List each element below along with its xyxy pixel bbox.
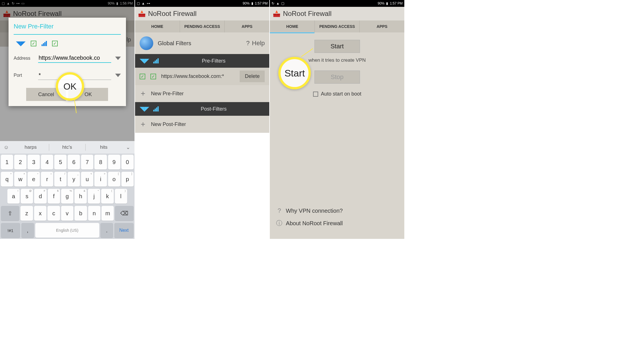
- key-symbols[interactable]: !#1: [1, 223, 20, 238]
- why-vpn-link[interactable]: ? Why VPN connection?: [276, 205, 399, 217]
- wifi-checkbox[interactable]: ✓: [31, 41, 36, 46]
- tab-home[interactable]: HOME: [270, 20, 315, 32]
- auto-start-row[interactable]: Auto start on boot: [313, 91, 361, 97]
- key-d[interactable]: #d: [34, 189, 46, 204]
- wifi-checkbox[interactable]: ✓: [140, 74, 145, 79]
- tab-bar: HOME PENDING ACCESS APPS: [135, 20, 270, 32]
- port-dropdown-icon[interactable]: [115, 74, 121, 77]
- key-3[interactable]: 3: [28, 155, 40, 169]
- suggestion-1[interactable]: harps: [13, 144, 49, 150]
- vpn-text: when it tries to create VPN: [308, 57, 366, 63]
- cell-icon: [153, 58, 159, 63]
- key-c[interactable]: c: [47, 206, 60, 221]
- key-comma[interactable]: ,: [21, 223, 34, 238]
- key-4[interactable]: 4: [41, 155, 53, 169]
- key-q[interactable]: +q: [1, 172, 13, 187]
- address-input[interactable]: [38, 53, 111, 63]
- key-5[interactable]: 5: [54, 155, 67, 169]
- key-f[interactable]: $f: [48, 189, 60, 204]
- key-v[interactable]: v: [61, 206, 73, 221]
- firewall-icon: [273, 10, 281, 18]
- key-g[interactable]: %g: [61, 189, 73, 204]
- key-space[interactable]: English (US): [35, 223, 99, 238]
- key-2[interactable]: 2: [14, 155, 26, 169]
- key-u[interactable]: <u: [81, 172, 93, 187]
- screenshot-3: ↻▲▢ 90%▮ 1:57 PM NoRoot Firewall HOME PE…: [270, 0, 405, 239]
- key-backspace[interactable]: ⌫: [115, 206, 133, 221]
- dialog-title: New Pre-Filter: [14, 23, 121, 35]
- key-e[interactable]: ÷e: [28, 172, 40, 187]
- tab-bar: HOME PENDING ACCESS APPS: [270, 20, 404, 32]
- key-8[interactable]: 8: [94, 155, 107, 169]
- cancel-button[interactable]: Cancel: [26, 88, 66, 101]
- kb-row-qwerty: +q ×w ÷e =r /t _y <u >i [o ]p: [0, 171, 134, 188]
- key-9[interactable]: 9: [108, 155, 120, 169]
- firewall-icon: [138, 10, 146, 18]
- key-n[interactable]: n: [88, 206, 100, 221]
- start-button[interactable]: Start: [314, 40, 360, 53]
- cell-checkbox[interactable]: ✓: [150, 74, 156, 79]
- tab-home[interactable]: HOME: [135, 20, 180, 32]
- filter-row: ✓ ✓ https://www.facebook.com:* Delete: [135, 68, 270, 85]
- about-link[interactable]: ⓘ About NoRoot Firewall: [276, 217, 399, 230]
- suggestion-3[interactable]: hits: [86, 144, 122, 150]
- connection-toggles: ◥◤ ✓ ✓: [14, 40, 121, 47]
- key-w[interactable]: ×w: [14, 172, 26, 187]
- kb-row-bottom: !#1 , English (US) . Next: [0, 222, 134, 239]
- port-input[interactable]: [38, 71, 111, 80]
- plus-icon: +: [141, 89, 145, 98]
- key-y[interactable]: _y: [68, 172, 80, 187]
- cell-icon: [153, 106, 159, 111]
- delete-button[interactable]: Delete: [240, 71, 265, 82]
- kb-row-zxcv: ⇧ z x c v b n m ⌫: [0, 205, 134, 222]
- key-i[interactable]: >i: [94, 172, 107, 187]
- stop-button[interactable]: Stop: [314, 71, 360, 84]
- key-0[interactable]: 0: [121, 155, 134, 169]
- expand-icon[interactable]: ⌄: [122, 144, 134, 150]
- key-m[interactable]: m: [102, 206, 114, 221]
- dialog-buttons: Cancel OK: [14, 88, 121, 101]
- key-o[interactable]: [o: [108, 172, 120, 187]
- key-r[interactable]: =r: [41, 172, 53, 187]
- tab-apps[interactable]: APPS: [360, 20, 404, 32]
- key-p[interactable]: ]p: [121, 172, 134, 187]
- key-t[interactable]: /t: [54, 172, 67, 187]
- key-s[interactable]: @s: [21, 189, 33, 204]
- key-1[interactable]: 1: [1, 155, 13, 169]
- key-j[interactable]: *j: [88, 189, 100, 204]
- keyboard: ☺ harps htc's hits ⌄ 1 2 3 4 5 6 7 8 9 0…: [0, 141, 134, 239]
- key-b[interactable]: b: [74, 206, 87, 221]
- address-dropdown-icon[interactable]: [115, 57, 121, 60]
- app-title-bar: NoRoot Firewall: [270, 7, 404, 20]
- app-name: NoRoot Firewall: [283, 10, 332, 18]
- tab-pending[interactable]: PENDING ACCESS: [315, 20, 360, 32]
- home-screen: Start when it tries to create VPN Stop A…: [270, 32, 404, 239]
- new-prefilter-button[interactable]: + New Pre-Filter: [135, 85, 270, 102]
- tab-apps[interactable]: APPS: [225, 20, 269, 32]
- key-period[interactable]: .: [100, 223, 113, 238]
- new-prefilter-dialog: New Pre-Filter ◥◤ ✓ ✓ Address Port Cance…: [9, 18, 126, 106]
- key-h[interactable]: &h: [74, 189, 87, 204]
- cell-checkbox[interactable]: ✓: [52, 41, 58, 46]
- key-6[interactable]: 6: [68, 155, 80, 169]
- key-k[interactable]: (k: [101, 189, 113, 204]
- emoji-icon[interactable]: ☺: [0, 144, 13, 150]
- key-l[interactable]: )l: [115, 189, 127, 204]
- svg-rect-9: [274, 14, 277, 15]
- key-x[interactable]: x: [34, 206, 46, 221]
- help-button[interactable]: ?Help: [246, 40, 265, 47]
- key-7[interactable]: 7: [81, 155, 93, 169]
- key-shift[interactable]: ⇧: [1, 206, 19, 221]
- new-postfilter-button[interactable]: + New Post-Filter: [135, 116, 270, 133]
- status-bar: ▢▲⊶ 90%▮ 1:57 PM: [135, 0, 270, 7]
- auto-start-checkbox[interactable]: [313, 92, 318, 97]
- key-next[interactable]: Next: [114, 223, 134, 238]
- kb-row-numbers: 1 2 3 4 5 6 7 8 9 0: [0, 154, 134, 171]
- key-a[interactable]: !a: [7, 189, 20, 204]
- question-icon: ?: [276, 207, 283, 214]
- suggestion-2[interactable]: htc's: [49, 144, 86, 150]
- svg-rect-7: [142, 14, 145, 15]
- key-z[interactable]: z: [20, 206, 33, 221]
- filter-url: https://www.facebook.com:*: [161, 73, 235, 79]
- tab-pending[interactable]: PENDING ACCESS: [180, 20, 225, 32]
